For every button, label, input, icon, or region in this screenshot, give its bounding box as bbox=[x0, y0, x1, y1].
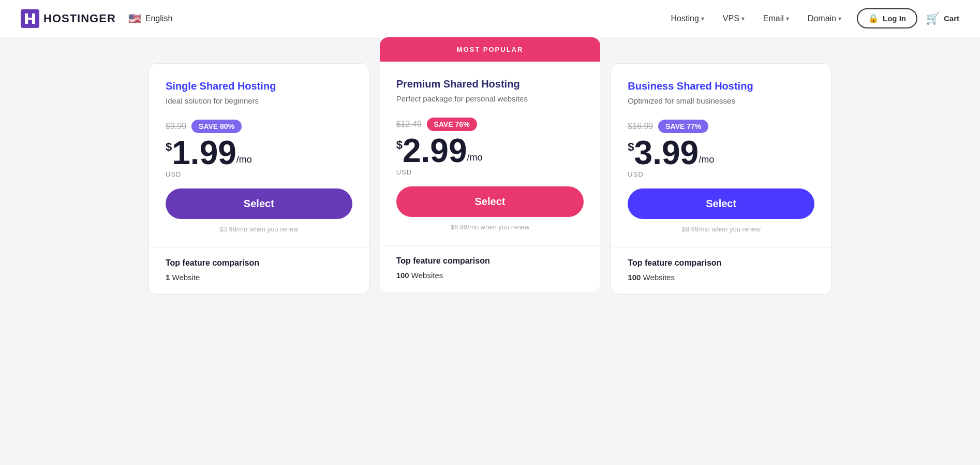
feature-count-business: 100 bbox=[628, 273, 641, 282]
brand-logo[interactable]: HOSTINGER bbox=[21, 9, 116, 28]
renew-note-premium: $6.99/mo when you renew bbox=[396, 223, 584, 231]
price-amount-business: 3.99 bbox=[634, 136, 699, 169]
flag-icon: 🇺🇸 bbox=[128, 12, 141, 25]
brand-name: HOSTINGER bbox=[43, 12, 116, 25]
feature-item-single: 1 Website bbox=[166, 273, 352, 282]
original-price-business: $16.99 bbox=[628, 122, 653, 131]
card-body-premium: Premium Shared Hosting Perfect package f… bbox=[380, 62, 601, 245]
select-button-premium[interactable]: Select bbox=[396, 186, 584, 217]
price-row-premium: $12.49 SAVE 76% bbox=[396, 118, 584, 131]
cart-label: Cart bbox=[944, 14, 959, 23]
hostinger-logo-icon bbox=[21, 9, 39, 28]
price-amount-single: 1.99 bbox=[172, 136, 236, 169]
original-price-premium: $12.49 bbox=[396, 120, 422, 129]
nav-item-domain[interactable]: Domain ▾ bbox=[800, 10, 849, 27]
cart-button[interactable]: 🛒 Cart bbox=[926, 12, 959, 25]
login-button[interactable]: 🔒 Log In bbox=[857, 8, 917, 28]
chevron-down-icon: ▾ bbox=[741, 15, 745, 22]
chevron-down-icon: ▾ bbox=[701, 15, 704, 22]
plan-desc-premium: Perfect package for personal websites bbox=[396, 94, 584, 103]
original-price-single: $9.99 bbox=[166, 122, 186, 131]
price-period-premium: /mo bbox=[467, 152, 482, 163]
plan-name-premium: Premium Shared Hosting bbox=[396, 78, 584, 90]
plan-card-premium: MOST POPULAR Premium Shared Hosting Perf… bbox=[380, 37, 601, 292]
feature-label-premium: Websites bbox=[411, 271, 443, 280]
save-badge-business: SAVE 77% bbox=[658, 120, 708, 133]
renew-note-single: $3.99/mo when you renew bbox=[166, 225, 352, 233]
nav-links: Hosting ▾ VPS ▾ Email ▾ Domain ▾ bbox=[664, 10, 849, 27]
price-currency-business: USD bbox=[628, 170, 814, 178]
nav-item-hosting[interactable]: Hosting ▾ bbox=[664, 10, 711, 27]
language-selector[interactable]: 🇺🇸 English bbox=[128, 12, 172, 25]
lock-icon: 🔒 bbox=[868, 13, 879, 23]
feature-count-premium: 100 bbox=[396, 271, 409, 280]
save-badge-premium: SAVE 76% bbox=[427, 118, 477, 131]
plan-name-business: Business Shared Hosting bbox=[628, 80, 814, 92]
plan-desc-business: Optimized for small businesses bbox=[628, 96, 814, 105]
feature-label-business: Websites bbox=[643, 273, 675, 282]
feature-title-single: Top feature comparison bbox=[166, 258, 352, 268]
feature-item-premium: 100 Websites bbox=[396, 271, 584, 280]
card-body-business: Business Shared Hosting Optimized for sm… bbox=[611, 64, 831, 248]
nav-item-vps[interactable]: VPS ▾ bbox=[716, 10, 752, 27]
save-badge-single: SAVE 80% bbox=[191, 120, 242, 133]
pricing-grid: Single Shared Hosting Ideal solution for… bbox=[149, 37, 831, 295]
feature-title-business: Top feature comparison bbox=[628, 258, 814, 268]
price-period-business: /mo bbox=[699, 154, 714, 165]
currency-symbol-business: $ bbox=[628, 141, 634, 153]
nav-item-email[interactable]: Email ▾ bbox=[756, 10, 796, 27]
price-main-premium: $ 2.99 /mo bbox=[396, 134, 584, 167]
main-content: Single Shared Hosting Ideal solution for… bbox=[128, 37, 852, 326]
price-main-business: $ 3.99 /mo bbox=[628, 136, 814, 169]
plan-card-business: Business Shared Hosting Optimized for sm… bbox=[611, 63, 831, 295]
cart-icon: 🛒 bbox=[926, 12, 940, 25]
feature-label-single: Website bbox=[172, 273, 200, 282]
plan-desc-single: Ideal solution for beginners bbox=[166, 96, 352, 105]
navbar: HOSTINGER 🇺🇸 English Hosting ▾ VPS ▾ Ema… bbox=[0, 0, 980, 37]
nav-actions: 🔒 Log In 🛒 Cart bbox=[857, 8, 959, 28]
feature-item-business: 100 Websites bbox=[628, 273, 814, 282]
feature-section-business: Top feature comparison 100 Websites bbox=[611, 248, 831, 294]
chevron-down-icon: ▾ bbox=[838, 15, 841, 22]
plan-card-single: Single Shared Hosting Ideal solution for… bbox=[149, 63, 369, 295]
price-currency-premium: USD bbox=[396, 168, 584, 176]
plan-name-single: Single Shared Hosting bbox=[166, 80, 352, 92]
feature-section-single: Top feature comparison 1 Website bbox=[149, 248, 369, 294]
price-amount-premium: 2.99 bbox=[403, 134, 467, 167]
currency-symbol-premium: $ bbox=[396, 139, 403, 151]
feature-section-premium: Top feature comparison 100 Websites bbox=[380, 245, 601, 292]
feature-count-single: 1 bbox=[166, 273, 170, 282]
select-button-business[interactable]: Select bbox=[628, 188, 814, 219]
login-label: Log In bbox=[883, 14, 906, 23]
popular-banner: MOST POPULAR bbox=[380, 37, 601, 62]
language-label: English bbox=[145, 14, 172, 23]
renew-note-business: $8.99/mo when you renew bbox=[628, 225, 814, 233]
currency-symbol-single: $ bbox=[166, 141, 172, 153]
feature-title-premium: Top feature comparison bbox=[396, 256, 584, 266]
select-button-single[interactable]: Select bbox=[166, 188, 352, 219]
card-body-single: Single Shared Hosting Ideal solution for… bbox=[149, 64, 369, 248]
price-row-business: $16.99 SAVE 77% bbox=[628, 120, 814, 133]
price-main-single: $ 1.99 /mo bbox=[166, 136, 352, 169]
price-currency-single: USD bbox=[166, 170, 352, 178]
price-row-single: $9.99 SAVE 80% bbox=[166, 120, 352, 133]
chevron-down-icon: ▾ bbox=[786, 15, 789, 22]
price-period-single: /mo bbox=[236, 154, 252, 165]
